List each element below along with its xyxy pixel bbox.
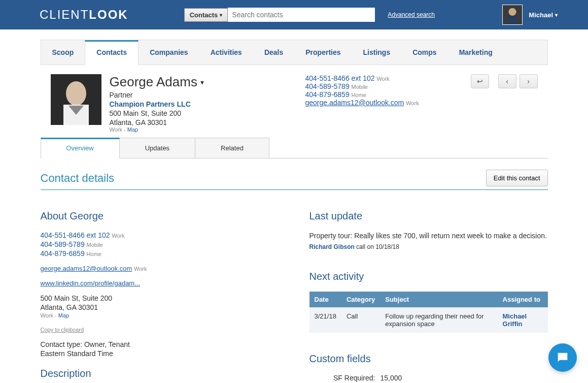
chat-icon xyxy=(556,350,570,365)
email-link[interactable]: george.adams12@outlook.com xyxy=(305,99,404,107)
cell-subject: Follow up regarding their need for expan… xyxy=(380,307,497,333)
copy-clipboard-link[interactable]: Copy to clipboard xyxy=(41,327,84,333)
contact-addr2: Atlanta, GA 30301 xyxy=(110,118,267,126)
addr-type: Work xyxy=(110,126,122,133)
about-phone-type: Mobile xyxy=(87,242,103,248)
contact-type: Contact type: Owner, Tenant xyxy=(41,340,279,348)
cf-value: 15,000 xyxy=(381,374,402,382)
phone-home[interactable]: 404-879-6859 xyxy=(305,90,350,99)
logo-bold: LOOK xyxy=(89,8,128,21)
last-update-when: call on 10/18/18 xyxy=(356,243,399,250)
about-map-link[interactable]: Map xyxy=(58,312,69,318)
nav-marketing[interactable]: Marketing xyxy=(448,40,504,65)
cell-category: Call xyxy=(341,307,380,333)
last-update-text: Property tour: Really likes ste 700, wil… xyxy=(309,231,548,241)
svg-point-5 xyxy=(66,81,86,106)
timezone: Eastern Standard Time xyxy=(41,349,279,358)
col-subject[interactable]: Subject xyxy=(380,292,497,307)
nav-properties[interactable]: Properties xyxy=(294,40,352,65)
cell-assigned[interactable]: Michael Griffin xyxy=(498,307,548,333)
details-title: Contact details xyxy=(41,172,115,185)
nav-listings[interactable]: Listings xyxy=(352,40,402,65)
contact-header: George Adams ▾ Partner Champion Partners… xyxy=(41,65,548,138)
addr-meta: Work - Map xyxy=(110,126,267,133)
next-activity-table: Date Category Subject Assigned to 3/21/1… xyxy=(309,292,548,333)
nav-scoop[interactable]: Scoop xyxy=(41,40,85,65)
nav-deals[interactable]: Deals xyxy=(253,40,294,65)
col-category[interactable]: Category xyxy=(341,292,380,307)
nav-contacts[interactable]: Contacts xyxy=(85,40,139,65)
logo-light: CLIENT xyxy=(40,8,89,21)
search-input[interactable] xyxy=(228,8,375,22)
svg-point-1 xyxy=(509,8,516,16)
about-phone-type: Work xyxy=(112,233,124,239)
contact-name: George Adams xyxy=(110,74,197,90)
details-body: About George 404-551-8466 ext 102 Work 4… xyxy=(41,210,548,383)
contact-name-menu[interactable]: George Adams ▾ xyxy=(110,74,267,90)
nav-activities[interactable]: Activities xyxy=(199,40,253,65)
col-assigned[interactable]: Assigned to xyxy=(498,292,548,307)
last-update-meta: Richard Gibson call on 10/18/18 xyxy=(309,243,548,250)
tab-updates[interactable]: Updates xyxy=(119,138,195,158)
user-area: Michael ▾ xyxy=(502,5,558,25)
search-scope-dropdown[interactable]: Contacts ▾ xyxy=(184,8,228,22)
prev-record-button[interactable]: ‹ xyxy=(498,74,516,88)
tab-related[interactable]: Related xyxy=(195,138,269,158)
user-menu[interactable]: Michael ▾ xyxy=(529,11,558,19)
about-addr1: 500 Main St, Suite 200 xyxy=(41,294,279,302)
about-phone-mobile[interactable]: 404-589-5789 xyxy=(41,240,85,248)
about-email-link[interactable]: george.adams12@outlook.com xyxy=(41,265,132,272)
last-update-who[interactable]: Richard Gibson xyxy=(309,243,355,250)
map-link[interactable]: Map xyxy=(127,126,138,133)
reply-arrow-icon: ↩ xyxy=(477,77,483,85)
about-phone-type: Home xyxy=(87,251,101,257)
about-phone-home[interactable]: 404-879-6859 xyxy=(41,249,85,258)
user-avatar[interactable] xyxy=(502,5,523,25)
about-phone-work[interactable]: 404-551-8466 ext 102 xyxy=(41,231,110,239)
details-header: Contact details Edit this contact xyxy=(41,170,548,190)
custom-fields-heading: Custom fields xyxy=(309,353,548,365)
search-scope-label: Contacts xyxy=(190,11,218,19)
search-wrap: Contacts ▾ xyxy=(184,8,375,22)
phone-type: Mobile xyxy=(352,84,368,90)
back-button[interactable]: ↩ xyxy=(471,74,489,88)
contact-company[interactable]: Champion Partners LLC xyxy=(110,100,267,108)
phone-mobile[interactable]: 404-589-5789 xyxy=(305,82,350,90)
phone-type: Home xyxy=(352,92,366,98)
cf-label: SF Required: xyxy=(309,374,381,382)
nav-comps[interactable]: Comps xyxy=(401,40,447,65)
phone-type: Work xyxy=(376,76,389,82)
linkedin-link[interactable]: www.linkedin.com/profile/gadam... xyxy=(41,279,141,287)
nav-companies[interactable]: Companies xyxy=(139,40,199,65)
next-record-button[interactable]: › xyxy=(520,74,538,88)
logo: CLIENTLOOK xyxy=(40,8,128,22)
chevron-left-icon: ‹ xyxy=(506,77,508,85)
right-column: Last update Property tour: Really likes … xyxy=(309,210,548,383)
chevron-right-icon: › xyxy=(527,77,530,85)
main-nav: Scoop Contacts Companies Activities Deal… xyxy=(41,40,548,65)
about-heading: About George xyxy=(41,210,279,222)
chat-widget[interactable] xyxy=(548,343,577,372)
caret-down-icon: ▾ xyxy=(200,78,204,86)
phone-work[interactable]: 404-551-8466 ext 102 xyxy=(305,74,375,82)
contact-addr1: 500 Main St, Suite 200 xyxy=(110,109,267,117)
next-activity-heading: Next activity xyxy=(309,271,548,282)
about-addr2: Atlanta, GA 30301 xyxy=(41,303,279,311)
table-row[interactable]: 3/21/18 Call Follow up regarding their n… xyxy=(309,307,548,333)
contact-phones: 404-551-8466 ext 102 Work 404-589-5789 M… xyxy=(305,74,463,133)
caret-down-icon: ▾ xyxy=(555,12,558,18)
sub-tabs: Overview Updates Related xyxy=(41,138,548,158)
contact-title: Partner xyxy=(110,91,267,99)
email-type: Work xyxy=(406,100,419,106)
about-addr-type: Work xyxy=(41,312,53,318)
tab-overview[interactable]: Overview xyxy=(41,138,120,158)
contact-avatar[interactable] xyxy=(51,74,101,125)
last-update-heading: Last update xyxy=(309,210,548,222)
contact-info: George Adams ▾ Partner Champion Partners… xyxy=(110,74,267,133)
about-column: About George 404-551-8466 ext 102 Work 4… xyxy=(41,210,279,383)
edit-contact-button[interactable]: Edit this contact xyxy=(486,170,548,186)
svg-rect-2 xyxy=(508,16,517,24)
advanced-search-link[interactable]: Advanced search xyxy=(388,11,435,18)
col-date[interactable]: Date xyxy=(309,292,341,307)
cell-date: 3/21/18 xyxy=(309,307,341,333)
